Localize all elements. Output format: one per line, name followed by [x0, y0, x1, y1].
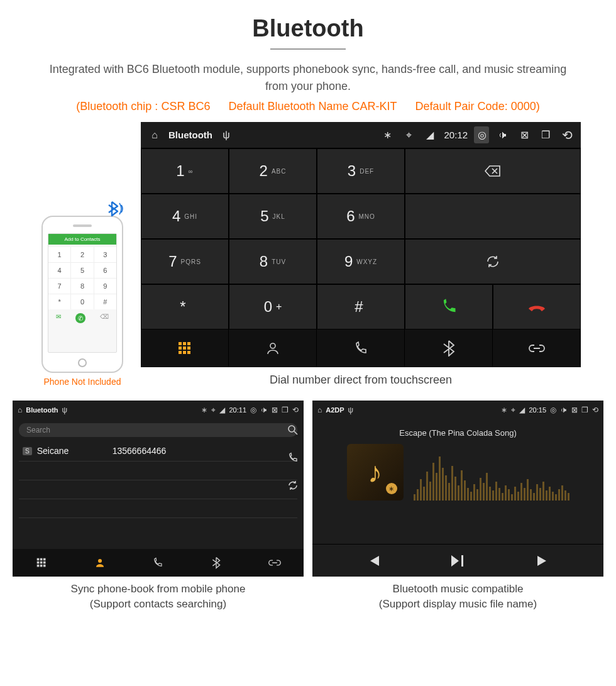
spec-line: (Bluetooth chip : CSR BC6 Default Blueto…: [0, 100, 616, 113]
dial-key-8[interactable]: 8TUV: [229, 239, 317, 284]
recent-icon[interactable]: ❐: [538, 129, 553, 141]
dial-key-7[interactable]: 7PQRS: [141, 239, 229, 284]
next-track-button[interactable]: [536, 554, 550, 568]
dial-key-0[interactable]: 0+: [229, 284, 317, 329]
tab-bluetooth[interactable]: [405, 329, 493, 367]
svg-point-9: [270, 343, 275, 348]
bluetooth-signal-icon: [107, 199, 126, 218]
home-icon[interactable]: ⌂: [317, 406, 322, 414]
usb-icon: ψ: [62, 406, 68, 414]
svg-rect-15: [40, 562, 43, 564]
dial-key-#[interactable]: #: [317, 284, 405, 329]
dial-key-3[interactable]: 3DEF: [317, 148, 405, 194]
phone-key: 8: [71, 279, 93, 294]
back-icon[interactable]: ⟲: [559, 128, 575, 143]
close-icon[interactable]: ⊠: [517, 129, 532, 141]
dial-key-1[interactable]: 1∞: [141, 148, 229, 194]
close-icon[interactable]: ⊠: [571, 406, 578, 414]
location-icon: ⌖: [211, 406, 216, 414]
home-icon[interactable]: ⌂: [18, 406, 22, 414]
tab-history[interactable]: [317, 329, 405, 367]
redial-button[interactable]: [405, 239, 581, 284]
dialer-caption: Dial number direct from touchscreen: [141, 373, 581, 387]
phone-key: 1: [48, 247, 70, 262]
search-input[interactable]: Search: [19, 423, 297, 437]
tab-link[interactable]: [245, 549, 304, 577]
tab-contacts[interactable]: [229, 329, 317, 367]
camera-icon[interactable]: ◎: [474, 126, 489, 143]
location-icon: ⌖: [511, 406, 515, 414]
spec-name: Default Bluetooth Name CAR-KIT: [228, 100, 397, 113]
dial-key-4[interactable]: 4GHI: [141, 194, 229, 239]
bluetooth-icon: ∗: [380, 129, 395, 141]
phone-key: 4: [48, 263, 70, 278]
dial-key-5[interactable]: 5JKL: [229, 194, 317, 239]
location-icon: ⌖: [401, 130, 416, 141]
contact-badge: S: [23, 447, 32, 455]
play-pause-button[interactable]: [450, 554, 466, 568]
status-title: A2DP: [326, 406, 344, 414]
camera-icon[interactable]: ◎: [250, 406, 256, 414]
search-icon[interactable]: [287, 424, 299, 436]
svg-rect-1: [183, 342, 186, 345]
tab-contacts[interactable]: [71, 549, 129, 577]
phone-mock-header: Add to Contacts: [48, 234, 116, 245]
dial-key-9[interactable]: 9WXYZ: [317, 239, 405, 284]
status-time: 20:11: [229, 406, 246, 414]
dial-key-*[interactable]: *: [141, 284, 229, 329]
page-title: Bluetooth: [0, 0, 616, 42]
message-icon: ✉: [56, 313, 61, 323]
contact-row[interactable]: S Seicane 13566664466: [19, 441, 297, 462]
svg-rect-7: [183, 351, 186, 354]
tab-dialpad[interactable]: [141, 329, 229, 367]
bluetooth-icon: ∗: [501, 406, 507, 414]
backspace-button[interactable]: [405, 148, 581, 194]
svg-rect-2: [187, 342, 190, 345]
svg-rect-12: [40, 558, 43, 561]
svg-rect-3: [179, 346, 182, 350]
backspace-icon: ⌫: [100, 313, 109, 323]
home-icon[interactable]: ⌂: [147, 130, 162, 141]
dial-key-2[interactable]: 2ABC: [229, 148, 317, 194]
volume-icon[interactable]: 🕩: [560, 406, 568, 414]
svg-rect-5: [187, 346, 190, 350]
wifi-icon: ◢: [219, 406, 225, 414]
end-call-button[interactable]: [493, 284, 581, 329]
camera-icon[interactable]: ◎: [550, 406, 556, 414]
call-icon: ✆: [75, 313, 85, 323]
tab-bluetooth[interactable]: [187, 549, 246, 577]
back-icon[interactable]: ⟲: [592, 406, 598, 414]
dial-key-6[interactable]: 6MNO: [317, 194, 405, 239]
contact-name: Seicane: [37, 446, 113, 456]
song-title: Escape (The Pina Colada Song): [399, 428, 516, 438]
prev-track-button[interactable]: [366, 554, 380, 568]
sync-icon[interactable]: [287, 480, 299, 491]
svg-rect-14: [37, 562, 40, 564]
svg-rect-17: [37, 565, 40, 567]
tab-history[interactable]: [129, 549, 187, 577]
volume-icon[interactable]: 🕩: [260, 406, 268, 414]
tab-dialpad[interactable]: [13, 549, 71, 577]
status-title: Bluetooth: [26, 406, 58, 414]
svg-point-10: [289, 426, 295, 432]
recent-icon[interactable]: ❐: [581, 406, 588, 414]
volume-icon[interactable]: 🕩: [495, 130, 510, 141]
phone-key: 5: [71, 263, 93, 278]
phone-key: 2: [71, 247, 93, 262]
equalizer: [414, 444, 569, 501]
svg-rect-11: [37, 558, 40, 561]
phone-key: #: [94, 294, 116, 309]
svg-rect-8: [187, 351, 190, 354]
call-icon[interactable]: [287, 452, 299, 463]
recent-icon[interactable]: ❐: [282, 406, 289, 414]
status-title: Bluetooth: [168, 130, 212, 140]
phone-note: Phone Not Included: [35, 377, 129, 387]
bluetooth-icon: ∗: [201, 406, 207, 414]
back-icon[interactable]: ⟲: [292, 406, 299, 414]
tab-link[interactable]: [493, 329, 581, 367]
close-icon[interactable]: ⊠: [272, 406, 278, 414]
phone-key: 9: [94, 279, 116, 294]
call-button[interactable]: [405, 284, 493, 329]
svg-rect-18: [40, 565, 43, 567]
empty-cell: [405, 194, 581, 239]
